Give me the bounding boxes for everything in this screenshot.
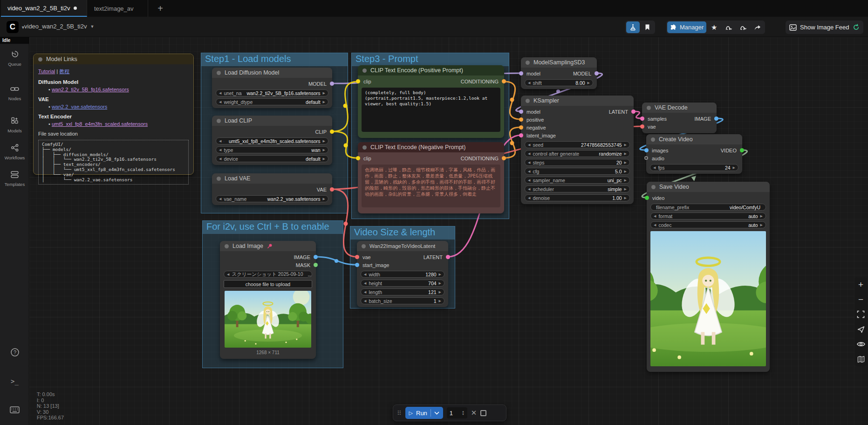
sidebar-item-workflows[interactable]: Workflows [0, 144, 29, 160]
collapse-dot[interactable] [225, 244, 229, 248]
new-tab-button[interactable]: + [154, 2, 167, 15]
diffusion-model-link[interactable]: wan2.2_ti2v_5B_fp16.safetensors [52, 87, 129, 92]
widget-width[interactable]: ◀ width 1280▶ [361, 271, 444, 278]
widget-image-file[interactable]: ◀ スクリーンショット 2025-09-10 ...▶ [224, 271, 312, 278]
node-load-clip[interactable]: Load CLIP CLIP ◀ clip_... umt5_xxl_fp8_e… [212, 116, 332, 165]
fit-view-button[interactable] [856, 310, 865, 319]
widget-vae-name[interactable]: ◀ vae_name wan2.2_vae.safetensors▶ [216, 195, 328, 202]
collapse-dot[interactable] [362, 244, 366, 248]
output-port-clip[interactable] [330, 130, 334, 134]
collapse-dot[interactable] [651, 137, 655, 142]
node-vae-decode[interactable]: VAE Decode samples IMAGE vae [642, 103, 717, 133]
widget-fps[interactable]: ◀ fps 24▶ [650, 164, 738, 171]
toggle-links-button[interactable] [856, 340, 865, 349]
node-clip-positive[interactable]: CLIP Text Encode (Positive Prompt) clip … [358, 65, 504, 138]
widget-shift[interactable]: ◀ shift 8.00▶ [525, 79, 593, 86]
output-port-model[interactable] [330, 82, 334, 86]
load-image-preview[interactable] [225, 291, 311, 348]
terminal-button[interactable]: >_ [0, 377, 29, 385]
node-load-image[interactable]: Load Image IMAGE MASK ◀ スクリーンショット 2025-0… [220, 241, 316, 359]
collapse-dot[interactable] [526, 61, 530, 65]
select-mode-button[interactable] [856, 325, 865, 334]
group-title[interactable]: Video Size & length [350, 226, 455, 240]
node-create-video[interactable]: Create Video images VIDEO audio ◀ fps 24… [646, 134, 742, 174]
input-port-audio[interactable] [644, 156, 648, 160]
collapse-dot[interactable] [362, 69, 367, 73]
run-button[interactable]: ▷ Run [405, 407, 443, 419]
positive-prompt-textarea[interactable]: (completely, full body) (portrait,portra… [362, 88, 500, 132]
choose-file-button[interactable]: choose file to upload [224, 280, 312, 288]
output-port-latent[interactable] [631, 110, 636, 114]
node-clip-negative[interactable]: CLIP Text Encode (Negative Prompt) clip … [358, 142, 504, 213]
custom-script-button-2[interactable] [736, 21, 750, 33]
save-video-preview[interactable] [650, 231, 766, 366]
tutorial-zh-link[interactable]: 教程 [59, 69, 69, 74]
widget-format[interactable]: ◀ format auto▶ [650, 212, 766, 219]
tab-video-wan[interactable]: video_wan2_2_5B_ti2v [1, 0, 87, 17]
widget-clip-name[interactable]: ◀ clip_... umt5_xxl_fp8_e4m3fn_scaled.sa… [216, 137, 328, 144]
widget-weight-dtype[interactable]: ◀ weight_dtype default▶ [216, 98, 328, 105]
share-button[interactable] [751, 21, 764, 33]
input-port-negative[interactable] [519, 125, 523, 130]
group-title[interactable]: For i2v, use Ctrl + B to enable [203, 221, 343, 234]
shortcuts-button[interactable] [0, 406, 29, 415]
zoom-out-button[interactable]: − [856, 295, 865, 304]
widget-filename-prefix[interactable]: filename_prefix video/ComfyU [650, 204, 766, 211]
input-port-samples[interactable] [640, 117, 644, 121]
note-node-model-links[interactable]: Model Links Tutorial | 教程 Diffusion Mode… [33, 54, 194, 175]
collapse-dot[interactable] [217, 177, 221, 181]
manager-button[interactable]: Manager [667, 21, 706, 33]
node-load-diffusion-model[interactable]: Load Diffusion Model MODEL ◀ unet_name w… [212, 68, 332, 108]
node-ksampler[interactable]: KSampler model LATENT positive negative … [521, 96, 634, 204]
widget-control-after-generate[interactable]: ◀ control after generate randomize▶ [525, 150, 630, 157]
output-port-video[interactable] [740, 148, 744, 152]
widget-type[interactable]: ◀ type wan▶ [216, 146, 328, 153]
tutorial-link[interactable]: Tutorial [38, 69, 55, 74]
sidebar-item-queue[interactable]: Queue [0, 50, 29, 67]
node-model-sampling-sd3[interactable]: ModelSamplingSD3 model MODEL ◀ shift 8.0… [521, 57, 597, 89]
widget-cfg[interactable]: ◀ cfg 5.0▶ [525, 168, 630, 175]
text-encoder-link[interactable]: umt5_xxl_fp8_e4m3fn_scaled.safetensors [52, 121, 148, 127]
sidebar-item-nodes[interactable]: Nodes [0, 85, 29, 101]
help-button[interactable]: ? [0, 348, 29, 359]
star-button[interactable]: ★ [707, 21, 721, 33]
input-port-vae[interactable] [355, 255, 359, 259]
input-port-latent-image[interactable] [519, 133, 523, 137]
widget-device[interactable]: ◀ device default▶ [216, 155, 328, 162]
input-port-vae[interactable] [640, 124, 644, 129]
widget-seed[interactable]: ◀ seed 274785682553745▶ [525, 141, 630, 148]
output-port-mask[interactable] [314, 263, 318, 267]
workflow-name[interactable]: video_wan2_2_5B_ti2v ▼ [24, 23, 94, 30]
collapse-dot[interactable] [526, 99, 530, 103]
widget-batch-size[interactable]: ◀ batch_size 1▶ [361, 297, 444, 304]
output-port-image[interactable] [314, 255, 318, 259]
collapse-dot[interactable] [217, 71, 221, 75]
assets-button[interactable] [626, 21, 640, 33]
output-port-latent[interactable] [446, 255, 450, 259]
input-port-images[interactable] [644, 148, 649, 152]
output-port-model[interactable] [595, 71, 599, 75]
output-port-vae[interactable] [330, 187, 334, 192]
widget-height[interactable]: ◀ height 704▶ [361, 280, 444, 287]
collapse-dot[interactable] [647, 106, 651, 110]
tab-text2image[interactable]: text2image_av [88, 0, 148, 17]
bookmark-button[interactable] [641, 21, 654, 33]
input-port-clip[interactable] [356, 156, 360, 160]
group-title[interactable]: Step3 - Prompt [352, 53, 509, 66]
input-port-model[interactable] [519, 110, 523, 114]
input-port-positive[interactable] [519, 117, 523, 122]
show-image-feed-button[interactable]: Show Image Feed [786, 21, 862, 33]
batch-count-input[interactable]: 1 ▲▼ [447, 407, 467, 418]
node-wan22-image-to-video-latent[interactable]: Wan22ImageToVideoLatent vae LATENT start… [357, 241, 448, 307]
widget-codec[interactable]: ◀ codec auto▶ [650, 221, 766, 228]
input-port-video[interactable] [645, 196, 649, 200]
run-options-chevron-icon[interactable] [434, 411, 439, 415]
collapse-dot[interactable] [362, 145, 367, 150]
widget-unet-name[interactable]: ◀ unet_name wan2.2_ti2v_5B_fp16.safetens… [216, 89, 328, 96]
vae-link[interactable]: wan2.2_vae.safetensors [52, 104, 107, 110]
group-title[interactable]: Step1 - Load models [201, 53, 348, 66]
widget-sampler-name[interactable]: ◀ sampler_name uni_pc▶ [525, 177, 630, 184]
custom-script-button-1[interactable] [722, 21, 735, 33]
widget-steps[interactable]: ◀ steps 20▶ [525, 159, 630, 166]
collapse-dot[interactable] [38, 57, 42, 62]
